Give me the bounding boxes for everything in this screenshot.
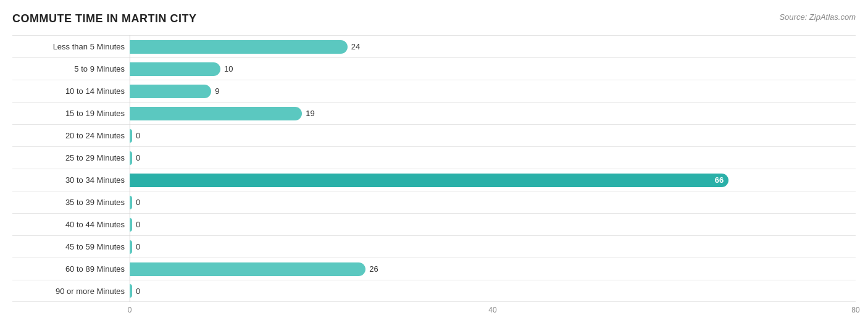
bar-fill (130, 240, 132, 254)
bar-label: 45 to 59 Minutes (12, 242, 130, 251)
bar-row: 60 to 89 Minutes26 (12, 258, 856, 280)
bar-fill (130, 151, 132, 165)
bar-fill (130, 218, 132, 232)
bar-label: 5 to 9 Minutes (12, 64, 130, 73)
bar-row: 90 or more Minutes0 (12, 280, 856, 302)
bar-value: 0 (136, 131, 140, 140)
chart-area: Less than 5 Minutes245 to 9 Minutes1010 … (12, 35, 856, 318)
bar-row: 45 to 59 Minutes0 (12, 235, 856, 258)
bar-container: 0 (130, 280, 856, 301)
bar-value: 9 (215, 86, 219, 96)
bar-fill: 66 (130, 174, 728, 187)
bar-label: 15 to 19 Minutes (12, 109, 130, 118)
x-axis-tick: 40 (488, 306, 496, 318)
bar-value: 10 (224, 64, 233, 73)
bar-row: 15 to 19 Minutes19 (12, 102, 856, 124)
bar-label: Less than 5 Minutes (12, 42, 130, 51)
bar-value: 26 (369, 264, 378, 274)
chart-title: COMMUTE TIME IN MARTIN CITY (12, 12, 196, 25)
bar-fill (130, 129, 132, 143)
bar-value: 0 (136, 153, 140, 162)
bar-container: 66 (130, 169, 856, 191)
bar-container: 24 (130, 36, 856, 57)
bar-label: 40 to 44 Minutes (12, 220, 130, 229)
bar-row: Less than 5 Minutes24 (12, 35, 856, 57)
bar-fill (130, 85, 211, 98)
bar-fill (130, 196, 132, 209)
bar-row: 40 to 44 Minutes0 (12, 213, 856, 235)
bar-value: 66 (715, 175, 728, 185)
bar-label: 20 to 24 Minutes (12, 131, 130, 140)
bar-value: 19 (306, 109, 314, 118)
bar-container: 0 (130, 125, 856, 146)
bar-value: 24 (351, 42, 360, 51)
bar-label: 35 to 39 Minutes (12, 198, 130, 207)
x-axis-tick: 0 (128, 306, 132, 318)
bar-value: 0 (136, 198, 140, 207)
bar-label: 30 to 34 Minutes (12, 175, 130, 185)
bar-fill (130, 40, 348, 54)
x-axis-tick: 80 (851, 306, 859, 318)
x-axis: 04080 (130, 303, 856, 318)
bar-fill (130, 284, 132, 298)
bar-label: 25 to 29 Minutes (12, 153, 130, 162)
bar-fill (130, 262, 365, 276)
bar-container: 0 (130, 214, 856, 235)
bar-label: 60 to 89 Minutes (12, 264, 130, 274)
bar-row: 25 to 29 Minutes0 (12, 146, 856, 169)
bar-value: 0 (136, 287, 140, 296)
bar-label: 10 to 14 Minutes (12, 86, 130, 96)
bar-value: 0 (136, 242, 140, 251)
bar-row: 5 to 9 Minutes10 (12, 57, 856, 80)
bar-container: 0 (130, 236, 856, 258)
bars-container: Less than 5 Minutes245 to 9 Minutes1010 … (12, 35, 856, 302)
bar-fill (130, 62, 220, 76)
chart-source: Source: ZipAtlas.com (779, 12, 856, 22)
bar-row: 20 to 24 Minutes0 (12, 124, 856, 146)
bar-row: 30 to 34 Minutes66 (12, 169, 856, 191)
bar-row: 35 to 39 Minutes0 (12, 191, 856, 213)
bar-container: 9 (130, 80, 856, 102)
bar-container: 19 (130, 103, 856, 124)
bar-fill (130, 107, 302, 120)
bar-label: 90 or more Minutes (12, 287, 130, 296)
bar-container: 26 (130, 258, 856, 280)
bar-container: 0 (130, 147, 856, 169)
bar-container: 0 (130, 191, 856, 213)
bar-value: 0 (136, 220, 140, 229)
bar-row: 10 to 14 Minutes9 (12, 80, 856, 102)
bar-container: 10 (130, 58, 856, 80)
